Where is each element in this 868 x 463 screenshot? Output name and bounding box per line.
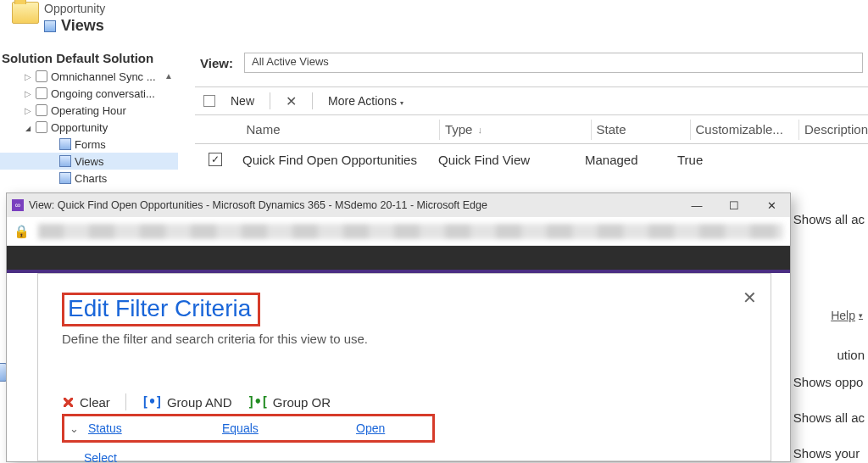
tree-item-opportunity[interactable]: Opportunity [0, 119, 178, 136]
divider [312, 92, 313, 109]
more-label: More Actions [328, 94, 397, 108]
desc-text: Shows all ac [793, 198, 865, 239]
add-criteria-row[interactable]: Select [62, 451, 747, 463]
url-blurred [38, 224, 783, 239]
address-bar: 🔒 [7, 217, 790, 246]
group-or-icon: ]•[ [248, 394, 268, 410]
divider [270, 92, 270, 109]
window-title: View: Quick Find Open Opportunities - Mi… [29, 199, 487, 211]
or-label: Group OR [273, 395, 331, 410]
tree-item[interactable]: Ongoing conversati... [0, 85, 178, 102]
ution-fragment: ution [837, 344, 865, 365]
chart-icon [59, 172, 71, 184]
row-checkbox[interactable]: ✓ [209, 153, 222, 166]
maximize-button[interactable]: ☐ [715, 193, 753, 217]
chevron-down-icon: ▾ [400, 99, 403, 107]
folder-icon [12, 2, 39, 24]
nav-tree: ▲ Omnichannel Sync ... Ongoing conversat… [0, 68, 178, 187]
views-toolbar: New ✕ More Actions ▾ [195, 86, 868, 115]
help-link[interactable]: Help▾ [831, 309, 863, 322]
views-label: Views [61, 17, 104, 35]
tree-child-charts[interactable]: Charts [0, 170, 178, 187]
desc-text: Shows all ac [793, 409, 865, 426]
entity-label: Opportunity [44, 2, 105, 15]
value-picker[interactable]: Open [356, 421, 385, 435]
highlight-frame: ⌄ Status Equals Open [62, 414, 435, 443]
grid-header: Name Type↓ State Customizable... Descrip… [195, 115, 868, 144]
views-icon [44, 20, 56, 32]
view-picker[interactable]: All Active Views [244, 53, 863, 73]
help-label: Help [831, 309, 855, 322]
clear-icon: 🗙 [62, 395, 75, 410]
header-entity: Opportunity Views [12, 2, 105, 35]
highlight-frame: Edit Filter Criteria [62, 293, 260, 326]
entity-icon [36, 70, 47, 82]
row-menu-chevron[interactable]: ⌄ [66, 422, 81, 435]
entity-icon [36, 121, 47, 133]
col-type[interactable]: Type↓ [445, 122, 586, 137]
views-icon [59, 155, 71, 167]
tree-label: Charts [75, 172, 107, 185]
field-picker[interactable]: Status [88, 421, 122, 435]
desc-text: Shows your [793, 444, 865, 461]
dynamics-icon [12, 199, 24, 211]
app-ribbon [7, 246, 790, 273]
desc-text: Shows oppo [793, 373, 865, 390]
criteria-toolbar: 🗙Clear [•]Group AND ]•[Group OR [62, 393, 747, 410]
clear-label: Clear [80, 395, 110, 410]
tree-label: Forms [75, 138, 106, 151]
new-icon [203, 95, 215, 107]
form-icon [59, 138, 71, 150]
col-name[interactable]: Name [247, 122, 434, 137]
col-state[interactable]: State [597, 122, 685, 137]
cell-name: Quick Find Open Opportunities [242, 153, 437, 167]
tree-label: Views [75, 155, 103, 168]
desc-tail: Shows oppo Shows all ac Shows your [793, 373, 865, 461]
scroll-up-icon[interactable]: ▲ [164, 71, 173, 80]
tree-label: Ongoing conversati... [51, 87, 155, 100]
group-and-button[interactable]: [•]Group AND [142, 394, 232, 410]
delete-icon[interactable]: ✕ [286, 93, 297, 109]
tree-label: Opportunity [51, 121, 108, 134]
edit-filter-dialog: ✕ Edit Filter Criteria Define the filter… [37, 273, 771, 461]
dialog-title: Edit Filter Criteria [68, 295, 251, 321]
operator-picker[interactable]: Equals [222, 421, 259, 435]
lock-icon[interactable]: 🔒 [14, 224, 30, 239]
tree-label: Operating Hour [51, 104, 126, 117]
cell-type: Quick Find View [438, 153, 584, 167]
minimize-button[interactable]: — [678, 193, 715, 217]
edge-popup-window: View: Quick Find Open Opportunities - Mi… [6, 192, 791, 462]
tree-child-forms[interactable]: Forms [0, 136, 178, 153]
clear-button[interactable]: 🗙Clear [62, 395, 110, 410]
and-label: Group AND [167, 395, 232, 410]
entity-icon [36, 87, 47, 99]
group-and-icon: [•] [142, 394, 162, 410]
cell-state: Managed [585, 153, 676, 167]
select-link[interactable]: Select [84, 451, 117, 463]
grid-row[interactable]: ✓ Quick Find Open Opportunities Quick Fi… [195, 144, 868, 175]
chevron-down-icon: ▾ [859, 311, 863, 320]
more-actions-button[interactable]: More Actions ▾ [328, 94, 403, 108]
view-picker-label: View: [200, 56, 233, 70]
tree-label: Omnichannel Sync ... [51, 70, 156, 83]
dialog-subtitle: Define the filter and search criteria fo… [62, 332, 747, 346]
solution-title: Solution Default Solution [0, 47, 178, 69]
tree-item[interactable]: Operating Hour [0, 102, 178, 119]
new-button[interactable]: New [231, 94, 254, 108]
dialog-close-icon[interactable]: ✕ [743, 287, 757, 308]
window-titlebar: View: Quick Find Open Opportunities - Mi… [7, 193, 790, 217]
col-customizable[interactable]: Customizable... [695, 122, 793, 137]
group-or-button[interactable]: ]•[Group OR [248, 394, 331, 410]
tree-child-views[interactable]: Views [0, 153, 178, 170]
sort-down-icon: ↓ [477, 125, 482, 135]
criteria-row: ⌄ Status Equals Open [66, 421, 424, 435]
close-button[interactable]: ✕ [753, 193, 790, 217]
col-description[interactable]: Description [804, 122, 868, 137]
cell-cust: True [677, 153, 779, 167]
tree-item[interactable]: Omnichannel Sync ... [0, 68, 178, 85]
description-fragments: Shows all ac [793, 198, 865, 239]
col-type-label: Type [445, 122, 473, 137]
entity-icon [36, 104, 47, 116]
